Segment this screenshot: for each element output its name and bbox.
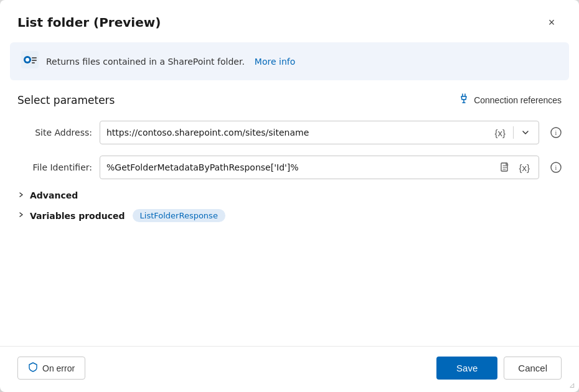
svg-text:i: i xyxy=(555,129,557,136)
variables-label: Variables produced xyxy=(30,211,125,221)
on-error-button[interactable]: On error xyxy=(17,357,85,380)
dialog-title: List folder (Preview) xyxy=(17,15,161,30)
cancel-button[interactable]: Cancel xyxy=(504,357,562,380)
svg-rect-4 xyxy=(32,60,37,61)
advanced-section[interactable]: Advanced xyxy=(17,190,562,200)
site-address-field: {x} xyxy=(100,121,539,144)
plug-icon xyxy=(458,93,469,107)
file-identifier-var-button[interactable]: {x} xyxy=(516,161,532,174)
file-identifier-row: File Identifier: {x} i xyxy=(17,156,562,179)
dialog-footer: On error Save Cancel xyxy=(0,346,579,392)
dialog: List folder (Preview) × Returns files co… xyxy=(0,0,579,392)
connection-references-button[interactable]: Connection references xyxy=(458,93,562,107)
svg-rect-5 xyxy=(32,62,35,63)
file-identifier-doc-button[interactable] xyxy=(497,161,512,174)
shield-icon xyxy=(28,362,38,374)
field-divider xyxy=(513,126,514,139)
site-address-info-button[interactable]: i xyxy=(550,127,562,138)
dialog-body: Select parameters Connection references … xyxy=(0,80,579,346)
resize-handle[interactable]: ⊿ xyxy=(569,381,575,390)
var-icon-2: {x} xyxy=(519,162,530,173)
footer-actions: Save Cancel xyxy=(436,357,562,380)
close-button[interactable]: × xyxy=(542,12,562,32)
site-address-input[interactable] xyxy=(106,128,488,138)
site-address-row: Site Address: {x} i xyxy=(17,121,562,144)
info-banner-text: Returns files contained in a SharePoint … xyxy=(46,57,245,67)
site-address-label: Site Address: xyxy=(17,128,92,138)
advanced-label: Advanced xyxy=(30,190,78,200)
svg-rect-3 xyxy=(32,57,37,58)
dialog-header: List folder (Preview) × xyxy=(0,0,579,42)
svg-point-2 xyxy=(26,58,29,62)
advanced-chevron-icon xyxy=(17,191,25,200)
sharepoint-icon xyxy=(21,51,39,72)
site-address-var-button[interactable]: {x} xyxy=(492,126,508,139)
params-title: Select parameters xyxy=(17,94,115,106)
info-banner: Returns files contained in a SharePoint … xyxy=(10,42,569,80)
params-header: Select parameters Connection references xyxy=(17,93,562,107)
file-identifier-info-button[interactable]: i xyxy=(550,162,562,173)
conn-ref-label: Connection references xyxy=(474,95,562,105)
site-address-chevron-button[interactable] xyxy=(519,127,532,138)
svg-text:i: i xyxy=(555,164,557,171)
file-identifier-field: {x} xyxy=(100,156,539,179)
variables-section: Variables produced ListFolderResponse xyxy=(17,209,562,222)
variables-chevron-icon xyxy=(17,211,25,220)
variable-badge: ListFolderResponse xyxy=(133,209,225,222)
more-info-link[interactable]: More info xyxy=(255,57,295,67)
var-icon: {x} xyxy=(494,128,506,138)
file-identifier-input[interactable] xyxy=(106,162,494,172)
on-error-label: On error xyxy=(42,363,75,373)
save-button[interactable]: Save xyxy=(436,357,497,380)
file-identifier-label: File Identifier: xyxy=(17,162,92,172)
